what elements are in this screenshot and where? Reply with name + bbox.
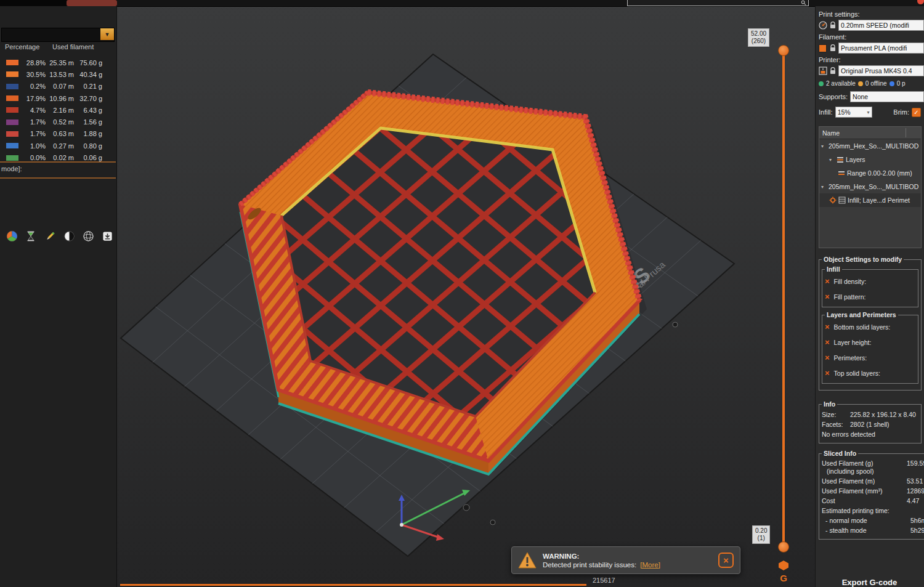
legend-row: 30.5%13.53 m40.34 g: [0, 68, 117, 80]
print-profile-icon: [819, 21, 828, 30]
setting-label: Perimeters:: [834, 354, 867, 362]
legend-header: Percentage Used filament: [0, 43, 117, 51]
supports-select[interactable]: None: [850, 91, 924, 102]
legend-meters: 2.16 m: [46, 107, 74, 114]
setting-label: Fill pattern:: [834, 293, 866, 301]
filament-select[interactable]: Prusament PLA (modifi: [838, 43, 924, 54]
printer-label: Printer:: [819, 56, 924, 63]
bed-hole: [463, 504, 469, 511]
size-row: Size: 225.82 x 196.12 x 8.40: [822, 411, 918, 418]
printer-combo-row: Original Prusa MK4S 0.4: [819, 65, 924, 77]
layer-slider-track[interactable]: [782, 48, 785, 544]
legend-percent: 1.7%: [18, 118, 46, 126]
size-label: Size:: [822, 411, 850, 418]
layer-range-icon: [838, 169, 845, 177]
expander-icon[interactable]: ▾: [829, 157, 835, 163]
gcode-line-slider-track[interactable]: [120, 584, 586, 586]
remove-setting-icon[interactable]: ×: [825, 354, 830, 362]
legend-row: 4.7%2.16 m6.43 g: [0, 104, 117, 116]
layers-row[interactable]: ▾ Layers: [819, 153, 921, 166]
layer-slider-bottom-handle[interactable]: [778, 541, 789, 553]
layer-bottom-value: 0.20: [755, 527, 767, 535]
layer-slider-top-tooltip: 52.00 (260): [748, 28, 769, 47]
sliced-value: 159.59: [907, 459, 924, 468]
facets-label: Facets:: [822, 421, 850, 428]
warning-message: Detected print stability issues:: [543, 561, 636, 569]
wireframe-icon[interactable]: [81, 229, 95, 243]
filament-combo-row: Prusament PLA (modifi: [819, 42, 924, 54]
view-type-dropdown[interactable]: ▼: [1, 28, 115, 42]
gcode-logo-icon: G: [775, 561, 792, 583]
settings-panel: Print settings: 0.20mm SPEED (modifi Fil…: [815, 6, 924, 587]
search-input[interactable]: [627, 0, 809, 6]
legend-grams: 1.56 g: [74, 118, 102, 126]
edit-icon[interactable]: [43, 229, 57, 243]
legend-meters: 0.27 m: [46, 142, 74, 150]
warning-more-link[interactable]: [More]: [640, 561, 660, 569]
dropdown-arrow-button[interactable]: ▼: [100, 28, 114, 40]
color-scheme-icon[interactable]: [5, 229, 18, 243]
layer-top-value: 52.00: [751, 30, 766, 38]
sliced-label: Used Filament (mm³): [822, 487, 907, 495]
layers-perimeters-title: Layers and Perimeters: [825, 311, 898, 318]
infill-brim-row: Infill: 15% ▾ Brim: ✓: [819, 107, 924, 118]
contrast-icon[interactable]: [62, 229, 76, 243]
legend-row: 0.2%0.07 m0.21 g: [0, 81, 117, 92]
object-settings-group: Object Settings to modify Infill × Fill …: [819, 256, 922, 391]
info-group: Info Size: 225.82 x 196.12 x 8.40 Facets…: [819, 400, 922, 443]
expander-icon[interactable]: ▾: [821, 184, 827, 190]
remove-setting-icon[interactable]: ×: [825, 277, 830, 285]
brim-checkbox[interactable]: ✓: [912, 108, 921, 117]
modifier-row[interactable]: Infill; Laye...d Perimet: [819, 193, 921, 207]
object-list-header: Name: [819, 127, 921, 139]
sliced-sublabel: (including spool): [822, 468, 907, 476]
settings-table-icon: [838, 196, 846, 204]
layer-bottom-index: (1): [755, 535, 767, 542]
setting-label: Top solid layers:: [834, 370, 880, 377]
hourglass-icon[interactable]: [24, 229, 38, 243]
sliced-label: Used Filament (m): [822, 477, 907, 485]
import-icon[interactable]: [100, 229, 114, 243]
offline-status-label: 0 offline: [865, 80, 887, 87]
printer-select[interactable]: Original Prusa MK4S 0.4: [838, 65, 924, 76]
remove-setting-icon[interactable]: ×: [825, 323, 830, 331]
sliced-label: - normal mode: [822, 517, 910, 525]
brim-label: Brim:: [893, 108, 909, 116]
setting-row: × Fill density:: [825, 273, 915, 289]
errors-row: No errors detected: [822, 431, 918, 438]
remove-setting-icon[interactable]: ×: [825, 369, 830, 377]
sliced-row: Used Filament (m) 53.51: [822, 477, 924, 485]
remove-setting-icon[interactable]: ×: [825, 293, 830, 301]
supports-value: None: [853, 93, 868, 100]
legend-swatch: [6, 107, 18, 113]
setting-label: Fill density:: [834, 278, 867, 285]
check-icon: ✓: [914, 109, 918, 116]
legend-meters: 0.02 m: [46, 154, 74, 161]
expander-icon[interactable]: ▾: [821, 144, 827, 149]
warning-close-button[interactable]: ×: [718, 553, 734, 568]
remove-setting-icon[interactable]: ×: [825, 338, 830, 346]
layer-top-index: (260): [751, 38, 766, 45]
legend-swatch: [6, 84, 18, 89]
legend-meters: 10.96 m: [46, 95, 74, 102]
setting-row: × Perimeters:: [825, 350, 915, 365]
supports-label: Supports:: [819, 93, 848, 100]
warning-text: WARNING: Detected print stability issues…: [543, 552, 712, 569]
setting-label: Bottom solid layers:: [834, 323, 891, 331]
layer-slider-top-handle[interactable]: [778, 45, 789, 56]
print-settings-select[interactable]: 0.20mm SPEED (modifi: [838, 20, 924, 31]
export-gcode-button[interactable]: Export G-code: [815, 578, 924, 587]
infill-select[interactable]: 15% ▾: [835, 107, 872, 118]
legend-swatch: [6, 143, 18, 148]
infill-settings-group: Infill × Fill density: × Fill pattern:: [822, 265, 918, 307]
object-row[interactable]: ▾ 205mm_Hex_So..._MULTIBOD: [819, 139, 921, 153]
topbar-button-fragment[interactable]: [67, 0, 117, 6]
object-row[interactable]: ▾ 205mm_Hex_So..._MULTIBOD: [819, 180, 921, 193]
sliced-label: Cost: [822, 497, 907, 505]
view-toolbar: [5, 229, 114, 243]
setting-row: × Bottom solid layers:: [825, 319, 915, 334]
column-separator[interactable]: [906, 128, 906, 137]
facets-row: Facets: 2802 (1 shell): [822, 421, 918, 428]
layer-range-row[interactable]: Range 0.00-2.00 (mm): [819, 166, 921, 180]
viewport-3d[interactable]: ORIGIN MK4S al Prusa: [0, 0, 924, 587]
